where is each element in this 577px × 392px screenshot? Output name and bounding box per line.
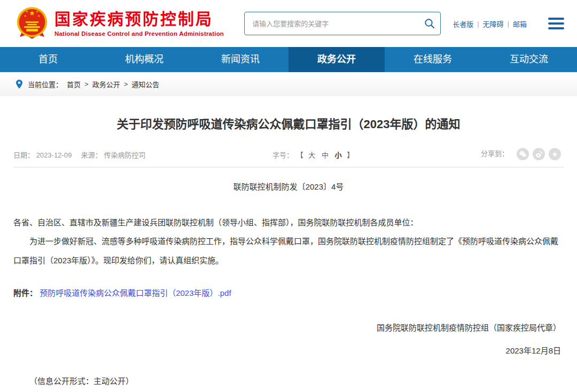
date-value: 2023-12-09 bbox=[36, 151, 72, 159]
quick-link-separator: | bbox=[508, 20, 509, 28]
nav-item-interaction[interactable]: 互动交流 bbox=[481, 47, 577, 72]
fontsize-large-button[interactable]: 大 bbox=[308, 151, 315, 159]
star-icon bbox=[551, 150, 559, 158]
search-box bbox=[244, 12, 441, 35]
fontsize-medium-button[interactable]: 中 bbox=[322, 151, 329, 159]
site-name-en: National Disease Control and Prevention … bbox=[54, 30, 224, 37]
search-icon bbox=[424, 18, 435, 29]
breadcrumb-home[interactable]: 首页 bbox=[67, 79, 81, 89]
disclosure-note: （信息公开形式：主动公开） bbox=[13, 375, 564, 386]
article-meta-left: 日期： 2023-12-09 来源： 传染病防控司 bbox=[13, 150, 145, 160]
source-label: 来源： bbox=[81, 151, 102, 159]
breadcrumb-separator: > bbox=[84, 80, 89, 88]
attachment-label: 附件： bbox=[13, 288, 37, 297]
article-page: 关于印发预防呼吸道传染病公众佩戴口罩指引（2023年版）的通知 日期： 2023… bbox=[0, 114, 577, 386]
nav-item-about[interactable]: 机构概况 bbox=[96, 47, 192, 72]
date-label: 日期： bbox=[13, 151, 34, 159]
source-value: 传染病防控司 bbox=[104, 151, 145, 159]
article-paragraph-body: 为进一步做好新冠、流感等多种呼吸道传染病防控工作，指导公众科学佩戴口罩，国务院联… bbox=[13, 232, 564, 270]
search-button[interactable] bbox=[419, 12, 440, 35]
quick-link-accessibility[interactable]: 无障碍 bbox=[483, 19, 504, 29]
site-logo[interactable]: 国家疾病预防控制局 National Disease Control and P… bbox=[15, 6, 224, 41]
share-label: 分享到： bbox=[481, 147, 509, 160]
quick-link-separator: | bbox=[477, 20, 479, 28]
site-name: 国家疾病预防控制局 bbox=[54, 10, 224, 29]
quick-link-elder[interactable]: 长者版 bbox=[453, 19, 473, 29]
fontsize-group: 字号： 【 大 中 小 】 bbox=[272, 150, 355, 160]
fontsize-label: 字号： bbox=[272, 151, 293, 159]
search-input[interactable] bbox=[245, 20, 419, 28]
weibo-icon bbox=[535, 150, 543, 158]
site-title-block: 国家疾病预防控制局 National Disease Control and P… bbox=[54, 10, 224, 37]
signature-date: 2023年12月8日 bbox=[13, 344, 564, 356]
article-paragraph-recipients: 各省、自治区、直辖市及新疆生产建设兵团联防联控机制（领导小组、指挥部），国务院联… bbox=[13, 213, 564, 232]
meta-divider bbox=[13, 167, 564, 168]
breadcrumb-current: 通知公告 bbox=[131, 79, 159, 89]
signature-line: 国务院联防联控机制疫情防控组（国家疾控局代章） bbox=[13, 322, 564, 333]
breadcrumb: 当前位置： 首页 > 政务公开 > 通知公告 bbox=[0, 72, 577, 96]
fontsize-small-button[interactable]: 小 bbox=[335, 151, 342, 159]
favorite-share-button[interactable] bbox=[549, 148, 561, 160]
breadcrumb-prefix: 当前位置： bbox=[28, 79, 63, 89]
location-pin-icon bbox=[15, 79, 24, 90]
main-nav: 首页 机构概况 新闻资讯 政务公开 在线服务 互动交流 bbox=[0, 47, 577, 72]
quick-link-mail[interactable]: 邮箱 bbox=[513, 19, 527, 29]
nav-item-gov-disclosure[interactable]: 政务公开 bbox=[288, 47, 385, 72]
fontsize-close-bracket: 】 bbox=[347, 151, 354, 159]
breadcrumb-separator: > bbox=[124, 80, 128, 88]
fontsize-open-bracket: 【 bbox=[297, 151, 303, 159]
site-header: 国家疾病预防控制局 National Disease Control and P… bbox=[0, 0, 577, 47]
nav-item-home[interactable]: 首页 bbox=[0, 47, 96, 72]
article-title: 关于印发预防呼吸道传染病公众佩戴口罩指引（2023年版）的通知 bbox=[13, 114, 564, 131]
menu-icon[interactable] bbox=[548, 18, 564, 29]
breadcrumb-gov-disclosure[interactable]: 政务公开 bbox=[92, 79, 120, 89]
header-right: 长者版 | 无障碍 | 邮箱 bbox=[244, 12, 564, 35]
wechat-share-button[interactable] bbox=[517, 148, 529, 160]
nav-item-news[interactable]: 新闻资讯 bbox=[192, 47, 288, 72]
national-emblem-icon bbox=[15, 6, 49, 41]
wechat-icon bbox=[519, 150, 527, 158]
share-group: 分享到： bbox=[481, 147, 561, 160]
document-number: 联防联控机制防发〔2023〕4号 bbox=[13, 181, 564, 192]
quick-links: 长者版 | 无障碍 | 邮箱 bbox=[453, 19, 527, 29]
article-meta-row: 日期： 2023-12-09 来源： 传染病防控司 字号： 【 大 中 小 】 … bbox=[13, 147, 564, 160]
attachment-pdf-link[interactable]: 预防呼吸道传染病公众佩戴口罩指引（2023年版）.pdf bbox=[40, 288, 231, 297]
attachment-row: 附件： 预防呼吸道传染病公众佩戴口罩指引（2023年版）.pdf bbox=[13, 287, 564, 298]
nav-item-online-services[interactable]: 在线服务 bbox=[385, 47, 481, 72]
weibo-share-button[interactable] bbox=[533, 148, 545, 160]
